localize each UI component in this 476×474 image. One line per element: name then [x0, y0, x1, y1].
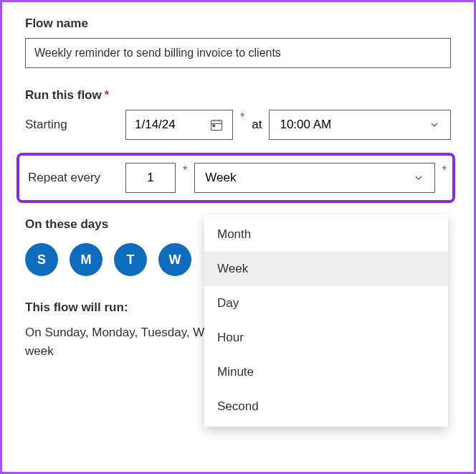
dropdown-option[interactable]: Minute — [204, 355, 448, 389]
day-toggle[interactable]: M — [70, 243, 103, 276]
starting-label: Starting — [25, 118, 118, 132]
time-picker[interactable]: 10:00 AM — [269, 110, 451, 140]
dropdown-option[interactable]: Week — [204, 252, 448, 286]
dropdown-option[interactable]: Day — [204, 286, 448, 321]
required-asterisk: * — [240, 111, 244, 124]
required-asterisk: * — [442, 164, 447, 177]
time-value: 10:00 AM — [280, 118, 331, 132]
dropdown-option[interactable]: Month — [204, 217, 448, 252]
dropdown-option[interactable]: Hour — [204, 321, 448, 355]
day-toggle[interactable]: W — [158, 243, 191, 276]
day-toggle[interactable]: S — [25, 243, 58, 276]
chevron-down-icon — [413, 172, 424, 184]
required-asterisk: * — [105, 89, 109, 101]
date-value: 1/14/24 — [135, 118, 176, 132]
svg-rect-4 — [213, 125, 215, 127]
day-toggle[interactable]: T — [114, 243, 147, 276]
repeat-unit-select[interactable]: Week — [194, 163, 435, 193]
calendar-icon — [209, 118, 224, 132]
run-flow-label: Run this flow* — [25, 88, 451, 103]
repeat-unit-value: Week — [205, 171, 236, 185]
flow-name-label: Flow name — [25, 16, 451, 31]
flow-name-input[interactable] — [25, 38, 451, 68]
dropdown-option[interactable]: Second — [204, 389, 448, 424]
at-label: at — [252, 118, 262, 132]
repeat-count-input[interactable] — [125, 163, 176, 193]
unit-dropdown: Month Week Day Hour Minute Second — [204, 214, 448, 427]
repeat-row-highlight: Repeat every * Week * — [16, 153, 455, 203]
repeat-label: Repeat every — [25, 171, 118, 185]
chevron-down-icon — [429, 119, 440, 131]
required-asterisk: * — [183, 164, 187, 177]
date-picker[interactable]: 1/14/24 — [125, 110, 233, 140]
starting-row: Starting 1/14/24 * at 10:00 AM — [25, 110, 451, 140]
dialog-panel: Flow name Run this flow* Starting 1/14/2… — [0, 0, 476, 474]
